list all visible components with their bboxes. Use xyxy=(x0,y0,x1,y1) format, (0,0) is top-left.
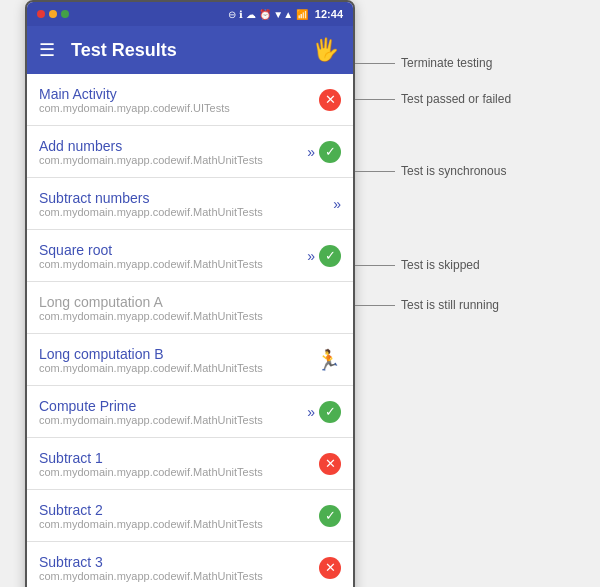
toolbar: ☰ Test Results 🖐 xyxy=(27,26,353,74)
test-package: com.mydomain.myapp.codewif.MathUnitTests xyxy=(39,206,333,218)
running-icon: 🏃 xyxy=(316,348,341,372)
status-bar-right: ⊖ ℹ ☁ ⏰ ▼▲ 📶 12:44 xyxy=(228,8,343,20)
test-item-text: Square rootcom.mydomain.myapp.codewif.Ma… xyxy=(39,242,307,270)
dot-yellow xyxy=(49,10,57,18)
test-package: com.mydomain.myapp.codewif.MathUnitTests xyxy=(39,570,319,582)
test-item[interactable]: Subtract 1com.mydomain.myapp.codewif.Mat… xyxy=(27,438,353,490)
test-item[interactable]: Long computation Bcom.mydomain.myapp.cod… xyxy=(27,334,353,386)
test-icons: »✓ xyxy=(307,141,341,163)
annotation-text: Test passed or failed xyxy=(401,92,511,106)
fast-forward-icon: » xyxy=(333,196,341,212)
toolbar-title: Test Results xyxy=(71,40,293,61)
annotation-synchronous: Test is synchronous xyxy=(355,164,506,178)
fast-forward-icon: » xyxy=(307,404,315,420)
test-item-text: Compute Primecom.mydomain.myapp.codewif.… xyxy=(39,398,307,426)
test-item[interactable]: Subtract 3com.mydomain.myapp.codewif.Mat… xyxy=(27,542,353,587)
annotation-line xyxy=(355,63,395,64)
test-package: com.mydomain.myapp.codewif.MathUnitTests xyxy=(39,518,319,530)
test-package: com.mydomain.myapp.codewif.MathUnitTests xyxy=(39,362,316,374)
test-package: com.mydomain.myapp.codewif.MathUnitTests xyxy=(39,258,307,270)
test-package: com.mydomain.myapp.codewif.MathUnitTests xyxy=(39,310,341,322)
annotation-line xyxy=(355,305,395,306)
test-item[interactable]: Add numberscom.mydomain.myapp.codewif.Ma… xyxy=(27,126,353,178)
annotation-running: Test is still running xyxy=(355,298,499,312)
annotation-line xyxy=(355,171,395,172)
test-icons: »✓ xyxy=(307,245,341,267)
annotation-text: Test is still running xyxy=(401,298,499,312)
pass-icon: ✓ xyxy=(319,401,341,423)
terminate-icon: 🖐 xyxy=(312,37,339,63)
test-item[interactable]: Square rootcom.mydomain.myapp.codewif.Ma… xyxy=(27,230,353,282)
annotation-line xyxy=(355,99,395,100)
test-item[interactable]: Long computation Acom.mydomain.myapp.cod… xyxy=(27,282,353,334)
test-name: Subtract 1 xyxy=(39,450,319,466)
pass-icon: ✓ xyxy=(319,245,341,267)
test-name: Subtract 3 xyxy=(39,554,319,570)
fast-forward-icon: » xyxy=(307,144,315,160)
status-bar: ⊖ ℹ ☁ ⏰ ▼▲ 📶 12:44 xyxy=(27,2,353,26)
test-icons: »✓ xyxy=(307,401,341,423)
test-item[interactable]: Main Activitycom.mydomain.myapp.codewif.… xyxy=(27,74,353,126)
test-icons: ✕ xyxy=(319,557,341,579)
status-icons: ⊖ ℹ ☁ ⏰ ▼▲ 📶 xyxy=(228,9,308,20)
test-icons: 🏃 xyxy=(316,348,341,372)
test-item-text: Add numberscom.mydomain.myapp.codewif.Ma… xyxy=(39,138,307,166)
test-name: Compute Prime xyxy=(39,398,307,414)
dot-red xyxy=(37,10,45,18)
menu-icon[interactable]: ☰ xyxy=(39,39,55,61)
test-item[interactable]: Subtract 2com.mydomain.myapp.codewif.Mat… xyxy=(27,490,353,542)
test-item-text: Main Activitycom.mydomain.myapp.codewif.… xyxy=(39,86,319,114)
fail-icon: ✕ xyxy=(319,557,341,579)
fail-icon: ✕ xyxy=(319,89,341,111)
test-item-text: Long computation Acom.mydomain.myapp.cod… xyxy=(39,294,341,322)
test-name: Long computation B xyxy=(39,346,316,362)
test-package: com.mydomain.myapp.codewif.MathUnitTests xyxy=(39,154,307,166)
phone-frame: ⊖ ℹ ☁ ⏰ ▼▲ 📶 12:44 ☰ Test Results 🖐 Main… xyxy=(25,0,355,587)
pass-icon: ✓ xyxy=(319,141,341,163)
test-item-text: Subtract numberscom.mydomain.myapp.codew… xyxy=(39,190,333,218)
test-package: com.mydomain.myapp.codewif.MathUnitTests xyxy=(39,414,307,426)
annotation-line xyxy=(355,265,395,266)
test-item-text: Subtract 1com.mydomain.myapp.codewif.Mat… xyxy=(39,450,319,478)
test-package: com.mydomain.myapp.codewif.MathUnitTests xyxy=(39,466,319,478)
pass-icon: ✓ xyxy=(319,505,341,527)
test-name: Main Activity xyxy=(39,86,319,102)
fast-forward-icon: » xyxy=(307,248,315,264)
test-item-text: Subtract 2com.mydomain.myapp.codewif.Mat… xyxy=(39,502,319,530)
status-time: 12:44 xyxy=(315,8,343,20)
test-item-text: Long computation Bcom.mydomain.myapp.cod… xyxy=(39,346,316,374)
test-name: Add numbers xyxy=(39,138,307,154)
test-icons: » xyxy=(333,196,341,212)
fail-icon: ✕ xyxy=(319,453,341,475)
test-icons: ✕ xyxy=(319,453,341,475)
test-package: com.mydomain.myapp.codewif.UITests xyxy=(39,102,319,114)
test-list: Main Activitycom.mydomain.myapp.codewif.… xyxy=(27,74,353,587)
test-name: Square root xyxy=(39,242,307,258)
test-icons: ✕ xyxy=(319,89,341,111)
annotation-text: Terminate testing xyxy=(401,56,492,70)
test-item[interactable]: Compute Primecom.mydomain.myapp.codewif.… xyxy=(27,386,353,438)
annotation-text: Test is skipped xyxy=(401,258,480,272)
annotation-pass-fail: Test passed or failed xyxy=(355,92,511,106)
dot-green xyxy=(61,10,69,18)
test-item-text: Subtract 3com.mydomain.myapp.codewif.Mat… xyxy=(39,554,319,582)
annotation-skipped: Test is skipped xyxy=(355,258,480,272)
test-item[interactable]: Subtract numberscom.mydomain.myapp.codew… xyxy=(27,178,353,230)
outer-container: ⊖ ℹ ☁ ⏰ ▼▲ 📶 12:44 ☰ Test Results 🖐 Main… xyxy=(25,0,575,587)
test-name: Subtract numbers xyxy=(39,190,333,206)
test-name: Long computation A xyxy=(39,294,341,310)
annotation-text: Test is synchronous xyxy=(401,164,506,178)
test-name: Subtract 2 xyxy=(39,502,319,518)
annotations-panel: Terminate testingTest passed or failedTe… xyxy=(355,0,575,72)
status-bar-left xyxy=(37,10,69,18)
annotation-terminate: Terminate testing xyxy=(355,56,492,70)
terminate-button[interactable]: 🖐 xyxy=(309,34,341,66)
test-icons: ✓ xyxy=(319,505,341,527)
